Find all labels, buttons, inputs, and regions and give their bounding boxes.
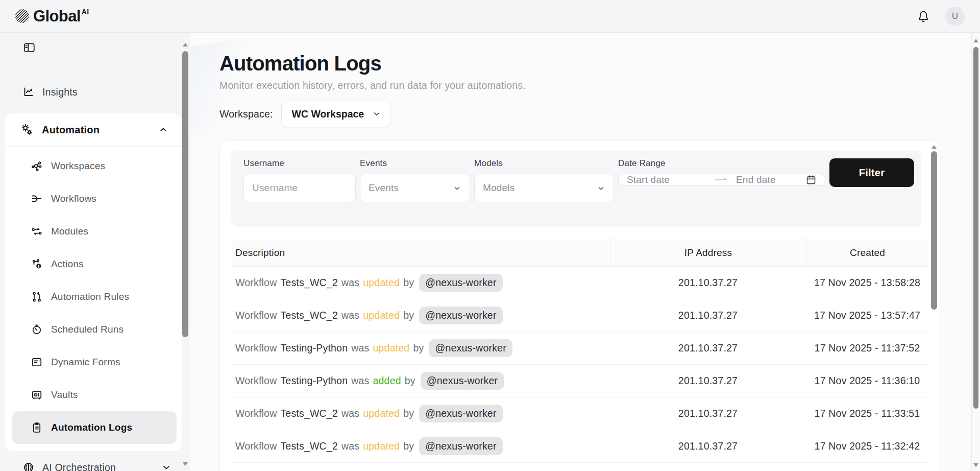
table-row[interactable]: Workflow Tests_WC_2 was updated by @nexu… bbox=[231, 430, 928, 463]
actor-badge: @nexus-worker bbox=[419, 307, 502, 324]
window-scrollbar-thumb[interactable] bbox=[973, 47, 978, 409]
sidebar: Insights Automation bbox=[0, 33, 190, 471]
column-header-created: Created bbox=[806, 239, 928, 266]
sidebar-item-label: Modules bbox=[51, 226, 88, 237]
column-header-description: Description bbox=[231, 239, 610, 266]
models-label: Models bbox=[474, 158, 614, 169]
entity-type: Workflow bbox=[235, 408, 277, 419]
sidebar-item-scheduled-runs[interactable]: Scheduled Runs bbox=[5, 313, 182, 346]
by: by bbox=[403, 310, 414, 321]
table-row[interactable]: Workflow Testing-Python was added by @ne… bbox=[231, 365, 928, 397]
table-scrollbar bbox=[930, 141, 938, 471]
sidebar-item-workflows[interactable]: Workflows bbox=[5, 182, 182, 215]
by: by bbox=[403, 440, 414, 452]
sidebar-item-label: Scheduled Runs bbox=[51, 324, 124, 335]
sidebar-automation-group: Automation bbox=[5, 113, 182, 451]
sidebar-item-label: Vaults bbox=[51, 389, 78, 401]
table-row[interactable]: Workflow Tests_WC_2 was updated by @nexu… bbox=[231, 299, 928, 332]
event-type: added bbox=[373, 375, 401, 387]
brand-logo-icon bbox=[15, 9, 29, 23]
event-type: updated bbox=[363, 440, 400, 452]
actions-bolt-icon bbox=[31, 258, 43, 270]
by: by bbox=[403, 408, 414, 419]
actor-badge: @nexus-worker bbox=[419, 274, 502, 292]
verb: was bbox=[351, 342, 369, 354]
table-scrollbar-thumb[interactable] bbox=[931, 151, 937, 310]
workspace-value: WC Workspace bbox=[292, 108, 364, 120]
scroll-up-arrow[interactable] bbox=[932, 145, 937, 149]
ai-orchestration-icon bbox=[22, 461, 35, 471]
username-input[interactable] bbox=[243, 174, 356, 202]
user-avatar[interactable]: U bbox=[945, 7, 965, 26]
sidebar-item-automation-rules[interactable]: Automation Rules bbox=[5, 280, 182, 313]
entity-name: Tests_WC_2 bbox=[280, 277, 338, 289]
sidebar-item-ai-orchestration[interactable]: AI Orchestration bbox=[0, 456, 190, 471]
vault-safe-icon bbox=[31, 389, 43, 401]
events-select[interactable]: Events bbox=[360, 174, 470, 202]
workspaces-network-icon bbox=[31, 160, 43, 172]
entity-name: Tests_WC_2 bbox=[280, 408, 338, 419]
sidebar-item-actions[interactable]: Actions bbox=[5, 248, 182, 280]
sidebar-item-insights[interactable]: Insights bbox=[0, 81, 190, 103]
verb: was bbox=[341, 277, 359, 289]
log-description: Workflow Testing-Python was updated by @… bbox=[231, 332, 610, 364]
sidebar-item-dynamic-forms[interactable]: Dynamic Forms bbox=[5, 346, 182, 379]
sidebar-item-vaults[interactable]: Vaults bbox=[5, 379, 182, 411]
table-row[interactable]: Workflow Tests_WC_2 was updated by @nexu… bbox=[231, 267, 928, 299]
sidebar-item-label: Automation bbox=[42, 124, 100, 136]
ip-address: 201.10.37.27 bbox=[610, 299, 806, 332]
event-type: updated bbox=[373, 342, 410, 354]
table-row[interactable]: Workflow Tests_WC_2 was updated by @nexu… bbox=[231, 397, 928, 430]
chevron-down-icon bbox=[453, 184, 461, 193]
log-description: Workflow Tests_WC_2 was updated by @nexu… bbox=[231, 430, 610, 462]
scroll-up-arrow[interactable] bbox=[973, 39, 978, 42]
ip-address: 201.10.37.27 bbox=[610, 365, 806, 397]
sidebar-item-automation-logs[interactable]: Automation Logs bbox=[12, 411, 177, 444]
scroll-down-arrow[interactable] bbox=[973, 463, 978, 467]
actor-badge: @nexus-worker bbox=[429, 339, 512, 357]
sidebar-item-label: Insights bbox=[42, 86, 78, 98]
events-label: Events bbox=[360, 158, 474, 169]
sidebar-scrollbar-thumb[interactable] bbox=[182, 51, 188, 337]
created-timestamp: 17 Nov 2025 - 11:36:10 bbox=[806, 365, 928, 397]
sidebar-toggle-button[interactable] bbox=[22, 41, 36, 54]
ip-address: 201.10.37.27 bbox=[610, 397, 806, 430]
sidebar-item-workspaces[interactable]: Workspaces bbox=[5, 150, 182, 182]
date-range-input[interactable]: Start date End date bbox=[618, 174, 825, 186]
chevron-down-icon bbox=[372, 109, 381, 119]
automation-submenu: Workspaces Workflows bbox=[5, 147, 182, 451]
scroll-down-arrow[interactable] bbox=[183, 462, 188, 466]
workspace-select[interactable]: WC Workspace bbox=[281, 101, 391, 127]
insights-chart-icon bbox=[22, 86, 35, 98]
entity-name: Tests_WC_2 bbox=[280, 310, 338, 321]
events-value: Events bbox=[369, 182, 399, 194]
app-header: Global AI U bbox=[0, 0, 980, 33]
date-range-label: Date Range bbox=[618, 158, 825, 169]
brand-logo[interactable]: Global AI bbox=[15, 7, 89, 26]
sidebar-item-modules[interactable]: Modules bbox=[5, 215, 182, 248]
table-row[interactable]: Workflow Testing-Python was updated by @… bbox=[231, 332, 928, 365]
actor-badge: @nexus-worker bbox=[421, 372, 504, 390]
log-description: Workflow Tests_WC_2 was updated by @nexu… bbox=[231, 267, 610, 299]
bell-icon bbox=[917, 10, 930, 23]
verb: was bbox=[341, 408, 359, 419]
start-date-placeholder: Start date bbox=[627, 174, 715, 185]
log-description: Workflow Tests_WC_2 was updated by @nexu… bbox=[231, 397, 610, 430]
page-subtitle: Monitor execution history, errors, and r… bbox=[219, 80, 980, 91]
ip-address: 201.10.37.27 bbox=[610, 332, 806, 364]
logs-card: Username Events Events Models bbox=[219, 140, 940, 471]
created-timestamp: 17 Nov 2025 - 13:57:47 bbox=[806, 299, 928, 332]
models-select[interactable]: Models bbox=[474, 174, 614, 202]
rules-pull-request-icon bbox=[31, 291, 43, 303]
verb: was bbox=[351, 375, 369, 387]
sidebar-item-label: Actions bbox=[51, 258, 84, 270]
end-date-placeholder: End date bbox=[736, 174, 805, 185]
filter-button[interactable]: Filter bbox=[829, 158, 914, 187]
entity-type: Workflow bbox=[235, 342, 277, 354]
notifications-button[interactable] bbox=[917, 10, 930, 23]
created-timestamp: 17 Nov 2025 - 11:33:51 bbox=[806, 397, 928, 430]
logs-table: Description IP Address Created Workflow … bbox=[231, 239, 928, 463]
username-filter: Username bbox=[243, 158, 356, 202]
sidebar-item-automation[interactable]: Automation bbox=[5, 113, 182, 146]
scroll-up-arrow[interactable] bbox=[183, 43, 188, 46]
